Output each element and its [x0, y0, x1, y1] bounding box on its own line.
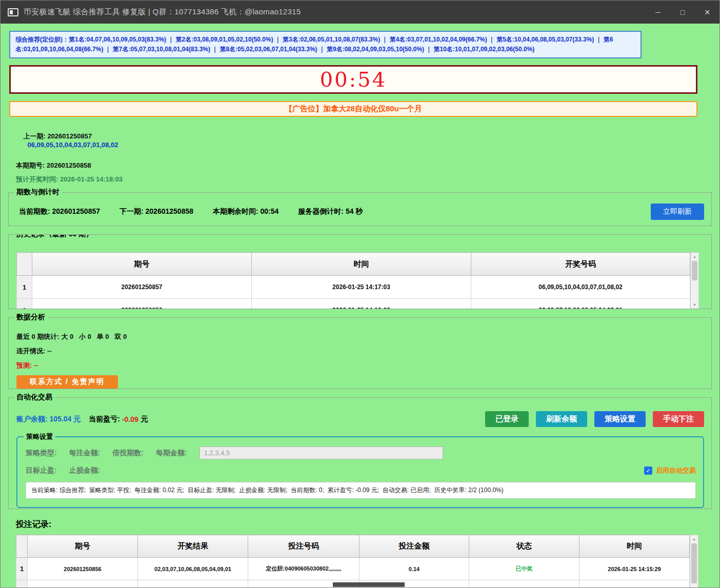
history-period-cell: 202601250857 — [32, 276, 252, 299]
analysis-streak-line: 连开情况: -- — [16, 347, 711, 356]
countdown-box: 00:54 — [9, 65, 697, 94]
refresh-balance-button[interactable]: 刷新余额 — [536, 411, 587, 427]
server-countdown-value: 服务器倒计时: 54 秒 — [298, 207, 363, 216]
history-numbers-cell: 02,03,07,10,06,08,05,04,09,01 — [471, 299, 690, 310]
bets-col-result: 开奖结果 — [138, 535, 248, 558]
history-period-cell: 202601250856 — [32, 299, 252, 310]
next-draw-time-line: 预计开奖时间: 2026-01-25 14:18:03 — [16, 175, 719, 184]
app-icon — [8, 8, 18, 16]
auto-trade-buttons: 已登录 刷新余额 策略设置 手动下注 — [485, 411, 704, 427]
scroll-up-icon[interactable]: ▲ — [690, 535, 698, 543]
remaining-time-value: 本期剩余时间: 00:54 — [213, 207, 278, 216]
scroll-down-icon[interactable]: ▼ — [691, 301, 698, 309]
strategy-status-bar: 当前策略: 综合推荐; 策略类型: 平投; 每注金额: 0.02 元; 目标止盈… — [26, 482, 696, 499]
target-profit-label: 目标止盈: — [26, 466, 57, 475]
recommendation-text: 综合推荐(定位胆)：第1名:04,07,06,10,09,05,03(83.3%… — [15, 36, 613, 53]
titlebar: 币安极速飞艇 综合推荐工具 修复版 | Q群：1077134386 飞机：@la… — [1, 1, 719, 24]
scroll-up-icon[interactable]: ▲ — [691, 253, 698, 260]
history-section: 历史记录（最新 50 期） 期号 时间 开奖号码 1 202601250857 … — [8, 234, 712, 309]
history-col-numbers: 开奖号码 — [471, 253, 690, 276]
draw-info: 上一期: 202601250857 06,09,05,10,04,03,07,0… — [16, 124, 719, 184]
maximize-button[interactable]: □ — [670, 1, 695, 24]
bets-col-time: 时间 — [579, 535, 690, 558]
analysis-prediction-line: 预测: -- — [16, 361, 711, 370]
period-section-title: 期数与倒计时 — [14, 188, 62, 197]
analysis-stats-line: 最近 0 期统计: 大 0 小 0 单 0 双 0 — [16, 332, 711, 341]
ad-text: 【广告位】加拿大28自动化仅80u一个月 — [285, 104, 422, 114]
manual-bet-button[interactable]: 手动下注 — [653, 411, 704, 427]
history-time-cell: 2026-01-25 14:16:03 — [252, 299, 471, 310]
strategy-group-title: 策略设置 — [24, 432, 55, 441]
next-period-value: 下一期: 202601250858 — [119, 207, 193, 216]
prev-draw-label: 上一期: 202601250857 — [23, 132, 92, 140]
period-section: 期数与倒计时 当前期数: 202601250857 下一期: 202601250… — [8, 192, 712, 226]
bets-col-status: 状态 — [469, 535, 579, 558]
auto-trade-toggle[interactable]: ✓ 启用自动交易 — [644, 466, 696, 475]
auto-trade-checkbox-label: 启用自动交易 — [656, 466, 696, 475]
scrollbar-thumb[interactable] — [333, 582, 405, 587]
auto-trade-section-title: 自动化交易 — [14, 393, 55, 402]
strategy-settings-group: 策略设置 策略类型: 每注金额: 倍投期数: 每期金额: 目标止盈: 止损金额:… — [16, 436, 704, 508]
scrollbar-thumb[interactable] — [691, 543, 697, 583]
bet-period-cell: 202601250856 — [28, 558, 138, 580]
vertical-scrollbar[interactable]: ▲ ▼ — [690, 252, 699, 309]
minimize-button[interactable]: ─ — [646, 1, 670, 24]
table-row[interactable]: 1 202601250856 02,03,07,10,06,08,05,04,0… — [16, 558, 690, 580]
scrollbar-thumb[interactable] — [692, 261, 697, 280]
table-row[interactable]: 2 202601250856 2026-01-25 14:16:03 02,03… — [17, 299, 690, 310]
pnl-unit: 元 — [141, 415, 148, 424]
per-period-amount-label: 每期金额: — [156, 449, 187, 458]
corner-cell — [16, 535, 28, 558]
refresh-now-button[interactable]: 立即刷新 — [651, 204, 704, 220]
contact-disclaimer-button[interactable]: 联系方式 / 免责声明 — [16, 375, 118, 389]
scrollbar-track[interactable] — [691, 281, 698, 301]
history-section-title: 历史记录（最新 50 期） — [14, 234, 95, 239]
analysis-section-title: 数据分析 — [14, 313, 48, 322]
vertical-scrollbar[interactable]: ▲ ▼ — [690, 535, 698, 588]
bet-records-title: 投注记录: — [16, 519, 719, 530]
strategy-settings-button[interactable]: 策略设置 — [594, 411, 646, 427]
bet-result-cell: 02,03,07,10,06,08,05,04,09,01 — [138, 558, 248, 580]
bet-amount-cell: 0.14 — [359, 558, 469, 580]
strategy-type-label: 策略类型: — [26, 449, 57, 458]
pnl-label: 当前盈亏: — [89, 415, 122, 424]
countdown-display: 00:54 — [320, 68, 387, 91]
prev-draw-numbers: 06,09,05,10,04,03,07,01,08,02 — [27, 141, 118, 149]
auto-trade-checkbox[interactable]: ✓ — [644, 467, 652, 475]
analysis-section: 数据分析 最近 0 期统计: 大 0 小 0 单 0 双 0 连开情况: -- … — [8, 317, 712, 389]
close-button[interactable]: ✕ — [695, 1, 719, 24]
history-table: 期号 时间 开奖号码 1 202601250857 2026-01-25 14:… — [16, 252, 690, 309]
row-index: 1 — [16, 558, 28, 580]
corner-cell — [17, 253, 32, 276]
account-balance: 账户余额: 105.04 元 — [16, 415, 81, 424]
bets-col-numbers: 投注号码 — [248, 535, 359, 558]
bet-numbers-cell: 定位胆:04090605030802,,,,,,,, — [248, 558, 359, 580]
horizontal-scrollbar[interactable] — [1, 582, 719, 587]
history-time-cell: 2026-01-25 14:17:03 — [252, 276, 471, 299]
bets-col-period: 期号 — [28, 535, 138, 558]
pnl-value: -0.09 — [122, 415, 138, 423]
current-period-line: 本期期号: 202601250858 — [16, 161, 719, 170]
recommendation-banner: 综合推荐(定位胆)：第1名:04,07,06,10,09,05,03(83.3%… — [9, 31, 642, 58]
bet-status-cell: 已中奖 — [469, 558, 579, 580]
history-col-time: 时间 — [252, 253, 471, 276]
bets-col-amount: 投注金额 — [359, 535, 469, 558]
history-header-row: 期号 时间 开奖号码 — [17, 253, 690, 276]
per-period-amount-input[interactable] — [199, 447, 443, 459]
stop-loss-label: 止损金额: — [69, 466, 101, 475]
per-bet-amount-label: 每注金额: — [69, 449, 101, 458]
bets-header-row: 期号 开奖结果 投注号码 投注金额 状态 时间 — [16, 535, 690, 558]
prev-draw-line: 上一期: 202601250857 06,09,05,10,04,03,07,0… — [16, 124, 719, 156]
bet-records-table: 期号 开奖结果 投注号码 投注金额 状态 时间 1 202601250856 0… — [16, 535, 690, 588]
logged-in-button[interactable]: 已登录 — [485, 411, 529, 427]
table-row[interactable]: 1 202601250857 2026-01-25 14:17:03 06,09… — [17, 276, 690, 299]
multiply-periods-label: 倍投期数: — [112, 449, 144, 458]
history-numbers-cell: 06,09,05,10,04,03,07,01,08,02 — [471, 276, 690, 299]
current-period-value: 当前期数: 202601250857 — [19, 207, 100, 216]
ad-banner: 【广告位】加拿大28自动化仅80u一个月 — [9, 101, 697, 117]
row-index: 2 — [17, 299, 32, 310]
window-title: 币安极速飞艇 综合推荐工具 修复版 | Q群：1077134386 飞机：@la… — [24, 7, 301, 17]
history-col-period: 期号 — [32, 253, 252, 276]
window-controls: ─ □ ✕ — [646, 1, 719, 24]
bet-time-cell: 2026-01-25 14:15:29 — [579, 558, 690, 580]
